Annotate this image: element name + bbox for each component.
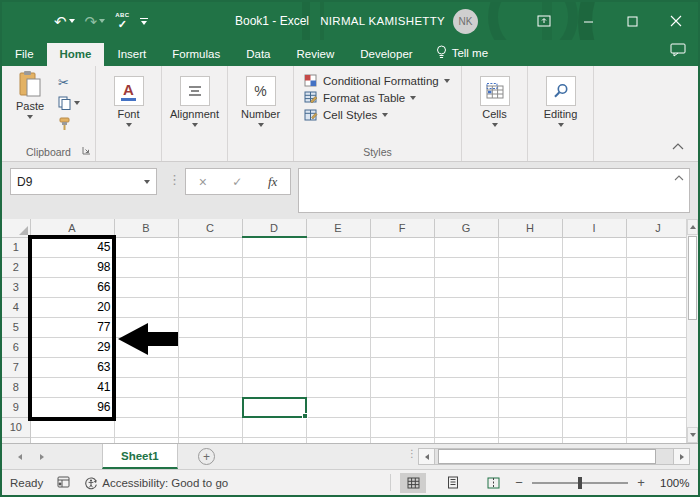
cut-button[interactable]: ✂	[58, 74, 80, 90]
formula-splitter-handle[interactable]: ⋮	[168, 172, 181, 187]
scroll-right-button[interactable]	[673, 448, 690, 465]
scroll-left-button[interactable]	[418, 448, 435, 465]
cell-G7[interactable]	[434, 357, 498, 377]
cell-I4[interactable]	[562, 297, 626, 317]
cell-J8[interactable]	[626, 377, 686, 397]
cell-D4[interactable]	[242, 297, 306, 317]
accessibility-status[interactable]: Accessibility: Good to go	[84, 476, 228, 490]
cell-I2[interactable]	[562, 257, 626, 277]
tab-formulas[interactable]: Formulas	[159, 43, 233, 66]
cell-J5[interactable]	[626, 317, 686, 337]
horizontal-scroll-thumb[interactable]	[438, 449, 656, 464]
cell-I1[interactable]	[562, 237, 626, 257]
cell-E10[interactable]	[306, 417, 370, 437]
cell-F9[interactable]	[370, 397, 434, 417]
tab-review[interactable]: Review	[283, 43, 347, 66]
column-header-G[interactable]: G	[434, 219, 498, 237]
spelling-button[interactable]: ABC ✓	[115, 12, 130, 30]
cell-J3[interactable]	[626, 277, 686, 297]
cell-B6[interactable]	[114, 337, 178, 357]
cell-G5[interactable]	[434, 317, 498, 337]
customize-qat-button[interactable]	[140, 18, 148, 25]
cell-A3[interactable]: 66	[30, 277, 114, 297]
cell-C1[interactable]	[178, 237, 242, 257]
column-header-J[interactable]: J	[626, 219, 686, 237]
column-header-E[interactable]: E	[306, 219, 370, 237]
cell-D3[interactable]	[242, 277, 306, 297]
column-header-D[interactable]: D	[242, 219, 306, 237]
cell-F8[interactable]	[370, 377, 434, 397]
format-as-table-button[interactable]: Format as Table	[304, 91, 451, 104]
cell-E2[interactable]	[306, 257, 370, 277]
tab-developer[interactable]: Developer	[347, 43, 425, 66]
copy-button[interactable]	[58, 95, 80, 111]
macro-record-button[interactable]	[57, 476, 70, 490]
cell-C7[interactable]	[178, 357, 242, 377]
row-header-2[interactable]: 2	[2, 257, 30, 277]
cell-G6[interactable]	[434, 337, 498, 357]
vertical-scroll-track[interactable]	[687, 321, 698, 427]
cell-A5[interactable]: 77	[30, 317, 114, 337]
zoom-out-button[interactable]: −	[514, 475, 524, 490]
alignment-group-button[interactable]: Alignment	[165, 70, 225, 127]
column-header-A[interactable]: A	[30, 219, 114, 237]
cell-styles-button[interactable]: Cell Styles	[304, 108, 451, 121]
row-header-7[interactable]: 7	[2, 357, 30, 377]
row-header-3[interactable]: 3	[2, 277, 30, 297]
cell-G10[interactable]	[434, 417, 498, 437]
cell-B7[interactable]	[114, 357, 178, 377]
cell-C2[interactable]	[178, 257, 242, 277]
horizontal-scroll-track[interactable]	[435, 448, 673, 465]
cell-C10[interactable]	[178, 417, 242, 437]
editing-group-button[interactable]: Editing	[531, 70, 591, 127]
cell-G3[interactable]	[434, 277, 498, 297]
row-header-1[interactable]: 1	[2, 237, 30, 257]
undo-button[interactable]: ↶	[54, 14, 75, 29]
insert-function-button[interactable]: fx	[268, 174, 277, 190]
vertical-scrollbar[interactable]	[686, 219, 698, 443]
cell-J6[interactable]	[626, 337, 686, 357]
cell-I7[interactable]	[562, 357, 626, 377]
row-header-5[interactable]: 5	[2, 317, 30, 337]
cell-H5[interactable]	[498, 317, 562, 337]
scroll-down-button[interactable]	[687, 427, 698, 443]
cell-J4[interactable]	[626, 297, 686, 317]
cell-G9[interactable]	[434, 397, 498, 417]
cell-G2[interactable]	[434, 257, 498, 277]
cell-F3[interactable]	[370, 277, 434, 297]
cell-B10[interactable]	[114, 417, 178, 437]
page-layout-view-button[interactable]	[440, 473, 466, 493]
cell-D8[interactable]	[242, 377, 306, 397]
cell-A10[interactable]	[30, 417, 114, 437]
tab-file[interactable]: File	[2, 43, 47, 66]
cell-H3[interactable]	[498, 277, 562, 297]
enter-button[interactable]: ✓	[232, 175, 242, 189]
cell-H7[interactable]	[498, 357, 562, 377]
cell-H8[interactable]	[498, 377, 562, 397]
cell-C3[interactable]	[178, 277, 242, 297]
cell-I10[interactable]	[562, 417, 626, 437]
cell-I3[interactable]	[562, 277, 626, 297]
format-painter-button[interactable]	[58, 116, 80, 132]
conditional-formatting-button[interactable]: Conditional Formatting	[304, 74, 451, 87]
cell-I9[interactable]	[562, 397, 626, 417]
number-group-button[interactable]: % Number	[231, 70, 291, 127]
cell-F1[interactable]	[370, 237, 434, 257]
cell-B2[interactable]	[114, 257, 178, 277]
cell-F2[interactable]	[370, 257, 434, 277]
zoom-in-button[interactable]: +	[636, 475, 646, 490]
add-sheet-button[interactable]: +	[198, 448, 215, 465]
clipboard-dialog-launcher[interactable]	[82, 145, 91, 157]
feedback-button[interactable]	[670, 43, 686, 61]
cell-H9[interactable]	[498, 397, 562, 417]
sheet-tab-sheet1[interactable]: Sheet1	[102, 444, 178, 469]
cell-E9[interactable]	[306, 397, 370, 417]
row-header-9[interactable]: 9	[2, 397, 30, 417]
cell-C6[interactable]	[178, 337, 242, 357]
account-area[interactable]: NIRMAL KAMISHETTY NK	[320, 2, 478, 40]
tell-me-box[interactable]: Tell me	[426, 40, 498, 66]
cell-B4[interactable]	[114, 297, 178, 317]
row-header-4[interactable]: 4	[2, 297, 30, 317]
zoom-level[interactable]: 100%	[660, 477, 689, 489]
cell-B9[interactable]	[114, 397, 178, 417]
